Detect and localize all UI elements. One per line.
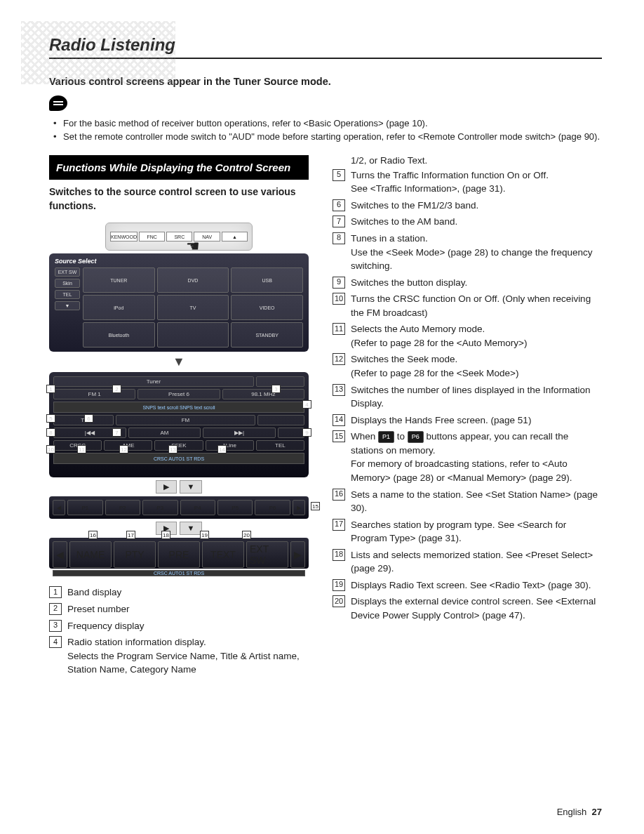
p6-button-icon: P6 <box>408 431 424 443</box>
legend-text: Switches the number of lines displayed i… <box>351 383 602 411</box>
legend-text: Selects the Auto Memory mode. (Refer to … <box>351 322 602 350</box>
info-scroll: SNPS text scroll SNPS text scroll <box>53 402 304 413</box>
extsw-button: EXT SW <box>246 541 288 568</box>
src-tuner: TUNER <box>83 267 155 293</box>
arrow-down-icon: ▼ <box>49 355 309 369</box>
legend-continuation: 1/2, or Radio Text. <box>333 155 602 166</box>
legend-text: Turns the Traffic Information function O… <box>351 168 602 196</box>
eject-button: ▲ <box>222 232 248 241</box>
callout-6: 6 <box>84 414 93 423</box>
legend-text: Searches station by program type. See <S… <box>351 518 602 545</box>
seek-next: ▶▶| <box>203 428 276 438</box>
legend-num: 1 <box>49 586 62 598</box>
legend-num: 8 <box>333 232 345 244</box>
src-blank <box>157 322 229 348</box>
callout-11: 11 <box>77 445 86 454</box>
legend-text: Tunes in a station. Use the <Seek Mode> … <box>351 232 602 273</box>
callout-14: 14 <box>217 445 227 454</box>
callout-20: 20 <box>242 531 251 539</box>
callout-8: 8 <box>46 428 55 437</box>
ti-button: TI <box>53 415 114 425</box>
tuner-title: Tuner <box>53 376 254 387</box>
preset-p5: P5 <box>217 500 253 515</box>
legend-text: Lists and selects memorized station. See… <box>351 548 602 576</box>
source-select-title: Source Select <box>55 258 303 265</box>
callout-19: 19 <box>200 531 209 539</box>
preset-p4: P4 <box>180 500 215 515</box>
legend-left: 1Band display 2Preset number 3Frequency … <box>49 585 309 676</box>
callout-17: 17 <box>126 531 135 539</box>
callout-7: 7 <box>112 428 121 437</box>
legend-text: Preset number <box>67 602 309 616</box>
src-ipod: iPod <box>83 295 155 320</box>
section-subtitle: Switches to the source control screen to… <box>49 185 309 213</box>
callout-2: 2 <box>112 385 121 393</box>
legend-num: 17 <box>333 519 345 531</box>
footer-page-number: 27 <box>592 807 602 817</box>
preset-p1: P1 <box>67 500 102 515</box>
intro-text: Various control screens appear in the Tu… <box>49 76 602 87</box>
note-bullets: For the basic method of receiver button … <box>49 117 602 144</box>
legend-text: Turns the CRSC function On or Off. (Only… <box>351 292 602 319</box>
legend-num: 11 <box>333 323 345 335</box>
pre-button: PRE <box>158 541 200 568</box>
preset-p2: P2 <box>105 500 140 515</box>
legend-num: 2 <box>49 603 62 615</box>
p1-button-icon: P1 <box>378 431 394 443</box>
preset-bar: ◀ P1 P2 P3 P4 P5 P6 ▶ 15 <box>49 496 309 519</box>
status-bar: CRSC AUTO1 ST RDS <box>53 453 304 464</box>
bullet-2: Set the remote controller mode switch to… <box>53 131 602 144</box>
legend-text: Switches the button display. <box>351 276 602 290</box>
hand-pointer-icon: ☚ <box>186 237 200 256</box>
callout-15: 15 <box>311 502 320 510</box>
callout-3: 3 <box>271 385 281 393</box>
band-display: FM 1 <box>53 389 135 399</box>
legend-text: When P1 to P6 buttons appear, you can re… <box>351 430 602 484</box>
status-bar-2: CRSC AUTO1 ST RDS <box>53 570 305 576</box>
fnc-button: FNC <box>139 232 165 241</box>
left-column: Functions While Displaying the Control S… <box>49 155 309 677</box>
legend-num: 3 <box>49 620 62 632</box>
src-tv: TV <box>157 295 229 320</box>
frequency-display: 98.1 MHz <box>222 389 304 399</box>
callout-4: 4 <box>302 400 311 409</box>
fm-button: FM <box>116 415 255 425</box>
line-button: 1Line <box>206 440 254 451</box>
legend-text: Displays the Hands Free screen. (page 51… <box>351 413 602 428</box>
legend-text: Displays Radio Text screen. See <Radio T… <box>351 578 602 593</box>
legend-text: Radio station information display. Selec… <box>67 635 309 677</box>
legend-num: 4 <box>49 636 62 648</box>
side-ext-sw: EXT SW <box>55 267 80 277</box>
legend-num: 13 <box>333 384 345 396</box>
legend-num: 19 <box>333 579 345 591</box>
pty-button: PTY <box>114 541 156 568</box>
legend-text: Band display <box>67 585 309 600</box>
bullet-1: For the basic method of receiver button … <box>53 117 602 131</box>
preset-p6: P6 <box>255 500 290 515</box>
preset-number: Preset 6 <box>137 389 220 399</box>
legend-num: 9 <box>333 277 345 289</box>
note-icon <box>49 95 67 111</box>
text-button: TEXT <box>202 541 244 568</box>
callout-5: 5 <box>46 414 55 423</box>
name-button: NAME <box>69 541 112 568</box>
legend-num: 18 <box>333 549 345 561</box>
src-dvd: DVD <box>157 267 229 293</box>
callout-10: 10 <box>46 445 55 454</box>
callout-13: 13 <box>168 445 177 454</box>
legend-num: 16 <box>333 489 345 501</box>
head-unit-illustration: KENWOOD FNC SRC NAV ▲ ☚ <box>105 223 253 251</box>
legend-text: Frequency display <box>67 619 309 633</box>
legend-num: 7 <box>333 216 345 227</box>
right-column: 1/2, or Radio Text. 5Turns the Traffic I… <box>333 155 602 677</box>
brand-label: KENWOOD <box>110 232 137 241</box>
src-video: VIDEO <box>231 295 303 320</box>
callout-9: 9 <box>302 428 311 437</box>
legend-num: 15 <box>333 430 345 442</box>
src-standby: STANDBY <box>231 322 303 348</box>
legend-num: 6 <box>333 199 345 211</box>
legend-num: 14 <box>333 414 345 426</box>
legend-text: Switches to the FM1/2/3 band. <box>351 199 602 213</box>
callout-18: 18 <box>161 531 170 539</box>
side-skin: Skin <box>55 279 80 288</box>
